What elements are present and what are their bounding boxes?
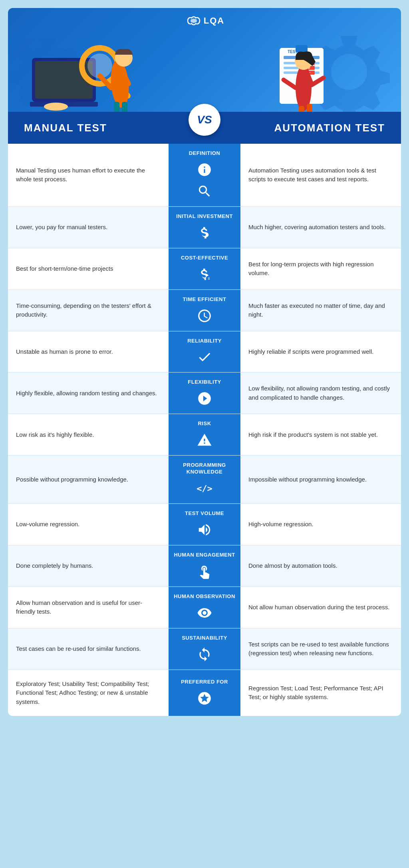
cost-icon [196,266,213,283]
auto-flexibility: Low flexibility, not allowing random tes… [240,373,401,414]
definition-search-icon [196,182,213,200]
comparison-table: Manual Testing uses human effort to exec… [8,144,401,716]
table-row: Time-consuming, depending on the testers… [8,290,401,331]
svg-point-9 [115,49,133,67]
auto-cost: Best for long-term projects with high re… [240,248,401,289]
sustainability-icon [196,646,213,663]
table-row: Exploratory Test; Usability Test; Compat… [8,670,401,716]
auto-time: Much faster as executed no matter of tim… [240,290,401,331]
table-row: Done completely by humans. HUMAN ENGAGEM… [8,545,401,587]
svg-line-13 [124,74,129,84]
svg-line-7 [114,80,128,96]
volume-icon [196,521,213,539]
manual-test-title: MANUAL TEST [24,122,107,134]
manual-investment: Lower, you pay for manual testers. [8,207,169,248]
investment-category: INITIAL INVESTMENT [169,207,240,248]
auto-preferred: Regression Test; Load Test; Performance … [240,670,401,716]
auto-reliability: Highly reliable if scripts were programm… [240,331,401,373]
manual-observation: Allow human observation and is useful fo… [8,587,169,628]
observation-category: HUMAN OBSERVATION [169,587,240,628]
table-row: Manual Testing uses human effort to exec… [8,144,401,207]
time-icon [196,307,213,325]
time-category: TIME EFFICIENT [169,290,240,331]
manual-reliability: Unstable as human is prone to error. [8,331,169,373]
preferred-category: PREFERRED FOR [169,670,240,716]
auto-sustainability: Test scripts can be re-used to test avai… [240,628,401,670]
table-row: Allow human observation and is useful fo… [8,587,401,628]
manual-flexibility: Highly flexible, allowing random testing… [8,373,169,414]
manual-volume: Low-volume regression. [8,504,169,545]
programming-icon: </> [196,480,213,497]
manual-cost: Best for short-term/one-time projects [8,248,169,289]
manual-sustainability: Test cases can be re-used for similar fu… [8,628,169,670]
table-row: Low risk as it's highly flexible. RISK H… [8,414,401,456]
header: LQA [8,8,401,144]
manual-risk: Low risk as it's highly flexible. [8,414,169,455]
header-bottom-bar: MANUAL TEST VS AUTOMATION TEST [8,112,401,144]
manual-engagement: Done completely by humans. [8,545,169,587]
header-logo: LQA [185,15,224,26]
engagement-icon [196,563,213,580]
table-row: Test cases can be re-used for similar fu… [8,628,401,670]
auto-volume: High-volume regression. [240,504,401,545]
manual-programming: Possible without programming knowledge. [8,456,169,503]
lqa-text: LQA [204,16,224,26]
manual-time: Time-consuming, depending on the testers… [8,290,169,331]
sustainability-category: SUSTAINABILITY [169,628,240,670]
risk-icon [196,431,213,449]
manual-definition: Manual Testing uses human effort to exec… [8,144,169,206]
gear-left-svg [8,16,104,128]
table-row: Highly flexible, allowing random testing… [8,373,401,414]
auto-engagement: Done almost by automation tools. [240,545,401,587]
automation-test-title: AUTOMATION TEST [274,122,385,134]
cost-category: COST-EFFECTIVE [169,248,240,289]
vs-circle: VS [189,104,220,136]
auto-investment: Much higher, covering automation testers… [240,207,401,248]
definition-icon [196,161,213,178]
table-row: Low-volume regression. TEST VOLUME High-… [8,504,401,545]
lqa-logo-icon [185,15,201,26]
manual-preferred: Exploratory Test; Usability Test; Compat… [8,670,169,716]
volume-category: TEST VOLUME [169,504,240,545]
svg-point-8 [109,59,131,108]
preferred-icon [196,690,213,707]
engagement-category: HUMAN ENGAGEMENT [169,545,240,587]
definition-category: DEFINITION [169,144,240,206]
table-row: Possible without programming knowledge. … [8,456,401,504]
programming-category: PROGRAMMING KNOWLEDGE </> [169,456,240,503]
table-row: Unstable as human is prone to error. REL… [8,331,401,373]
auto-observation: Not allow human observation during the t… [240,587,401,628]
auto-programming: Impossible without programming knowledge… [240,456,401,503]
reliability-icon [196,348,213,366]
auto-definition: Automation Testing uses automation tools… [240,144,401,206]
table-row: Lower, you pay for manual testers. INITI… [8,207,401,248]
reliability-category: RELIABILITY [169,331,240,373]
flexibility-category: FLEXIBILITY [169,373,240,414]
table-row: Best for short-term/one-time projects CO… [8,248,401,290]
investment-icon [196,224,213,242]
observation-icon [196,604,213,622]
vs-text: VS [197,113,212,126]
flexibility-icon [196,390,213,407]
page-wrapper: LQA [0,0,409,724]
auto-risk: High risk if the product's system is not… [240,414,401,455]
risk-category: RISK [169,414,240,455]
